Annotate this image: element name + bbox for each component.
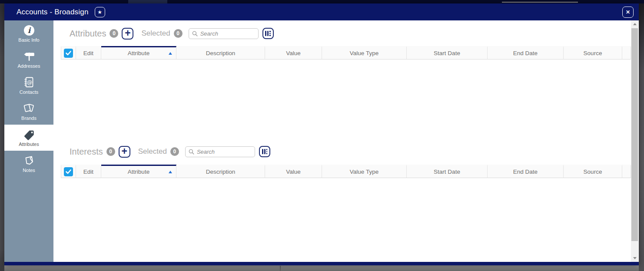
modal-bottom-bar (4, 262, 639, 265)
check-icon (66, 169, 71, 174)
sidebar-item-brands[interactable]: Brands (4, 99, 53, 125)
scroll-down-button[interactable] (631, 254, 638, 262)
column-header-description[interactable]: Description (176, 165, 265, 178)
arrow-up-icon (633, 23, 637, 25)
sidebar: i Basic Info Addresses (4, 20, 53, 262)
sidebar-item-label: Brands (21, 116, 37, 121)
column-header-start-date[interactable]: Start Date (407, 165, 488, 178)
sidebar-item-label: Contacts (20, 89, 38, 95)
selected-label: Selected (141, 29, 170, 38)
sidebar-item-notes[interactable]: Notes (4, 151, 53, 177)
column-header-attribute[interactable]: Attribute (101, 46, 176, 59)
attributes-section-title: Attributes (70, 29, 106, 39)
svg-text:@: @ (27, 79, 32, 86)
column-header-attribute[interactable]: Attribute (101, 165, 176, 178)
column-chooser-icon (265, 31, 271, 36)
column-header-start-date[interactable]: Start Date (407, 46, 488, 59)
background-toolbar-remnant (502, 2, 578, 3)
selected-count-badge: 0 (174, 29, 183, 38)
column-header-value[interactable]: Value (265, 165, 322, 178)
interests-search-input[interactable] (197, 149, 252, 155)
sidebar-item-label: Notes (23, 168, 35, 173)
vertical-scrollbar[interactable] (631, 20, 638, 262)
note-icon (23, 155, 35, 166)
attributes-toolbar: Attributes 0 + Selected 0 (70, 27, 274, 40)
attributes-column-chooser-button[interactable] (262, 28, 274, 39)
column-header-label: Attribute (128, 50, 149, 56)
select-all-checkbox[interactable] (64, 167, 73, 176)
header-cell-select-all (61, 165, 76, 178)
background-page-right (639, 3, 644, 271)
info-icon: i (23, 24, 35, 36)
interests-table-header: Edit Attribute Description Value Value T… (61, 165, 631, 178)
interests-count-badge: 0 (106, 147, 115, 156)
check-icon (66, 51, 71, 56)
background-page-bottom-scrollbar (4, 265, 639, 271)
column-header-source[interactable]: Source (564, 46, 622, 59)
attributes-search-input[interactable] (200, 30, 255, 37)
sidebar-item-label: Addresses (18, 63, 40, 69)
sidebar-item-attributes[interactable]: Attributes (4, 125, 53, 151)
search-icon (189, 149, 194, 155)
sidebar-item-label: Basic Info (18, 37, 39, 43)
column-header-edit[interactable]: Edit (76, 46, 101, 59)
interests-search-box (185, 146, 255, 157)
add-interest-button[interactable]: + (119, 146, 130, 158)
address-book-icon: @ (23, 76, 34, 88)
background-scrollbar-divider (280, 266, 281, 271)
interests-toolbar: Interests 0 + Selected 0 (70, 145, 270, 158)
column-header-description[interactable]: Description (176, 46, 265, 59)
column-header-label: Attribute (128, 169, 149, 175)
column-header-spacer (622, 46, 631, 59)
sidebar-item-label: Attributes (19, 142, 39, 147)
sort-ascending-icon (169, 171, 172, 173)
column-header-spacer (622, 165, 631, 178)
sidebar-item-addresses[interactable]: Addresses (4, 46, 53, 73)
modal-body: i Basic Info Addresses (4, 20, 639, 262)
header-cell-select-all (61, 46, 76, 59)
sidebar-item-basic-info[interactable]: i Basic Info (4, 20, 53, 46)
interests-column-chooser-button[interactable] (259, 146, 270, 157)
select-all-checkbox[interactable] (64, 49, 73, 58)
favorite-button[interactable]: ★ (95, 7, 105, 17)
scroll-up-button[interactable] (631, 20, 638, 28)
attributes-search-box (189, 28, 259, 39)
cards-icon (23, 102, 35, 114)
scrollbar-thumb[interactable] (631, 28, 638, 241)
selected-label: Selected (138, 147, 167, 156)
screen: Accounts - Broadsign ★ ✕ i Basic Info (0, 0, 644, 271)
tag-icon (23, 129, 36, 140)
arrow-down-icon (633, 257, 637, 259)
close-button[interactable]: ✕ (622, 7, 634, 18)
selected-count-badge: 0 (170, 147, 179, 156)
attributes-table-header: Edit Attribute Description Value Value T… (61, 46, 631, 59)
background-browser-tab (128, 0, 167, 3)
star-icon: ★ (97, 10, 102, 15)
column-header-end-date[interactable]: End Date (488, 46, 564, 59)
column-header-value-type[interactable]: Value Type (322, 46, 407, 59)
column-chooser-icon (262, 149, 268, 154)
sidebar-item-contacts[interactable]: @ Contacts (4, 73, 53, 99)
modal-titlebar: Accounts - Broadsign ★ ✕ (4, 3, 639, 20)
attributes-count-badge: 0 (110, 29, 118, 38)
column-header-source[interactable]: Source (564, 165, 622, 178)
column-header-edit[interactable]: Edit (76, 165, 101, 178)
attributes-panel: Attributes 0 + Selected 0 (53, 20, 631, 262)
background-page-left (0, 3, 4, 271)
column-header-value[interactable]: Value (265, 46, 322, 59)
signpost-icon (23, 50, 35, 62)
column-header-end-date[interactable]: End Date (488, 165, 564, 178)
add-attribute-button[interactable]: + (122, 28, 133, 40)
modal-title: Accounts - Broadsign (17, 8, 89, 17)
search-icon (192, 30, 198, 37)
interests-section-title: Interests (70, 147, 103, 157)
column-header-value-type[interactable]: Value Type (322, 165, 407, 178)
close-icon: ✕ (626, 10, 630, 15)
accounts-modal: Accounts - Broadsign ★ ✕ i Basic Info (4, 3, 639, 265)
sort-ascending-icon (169, 52, 172, 55)
